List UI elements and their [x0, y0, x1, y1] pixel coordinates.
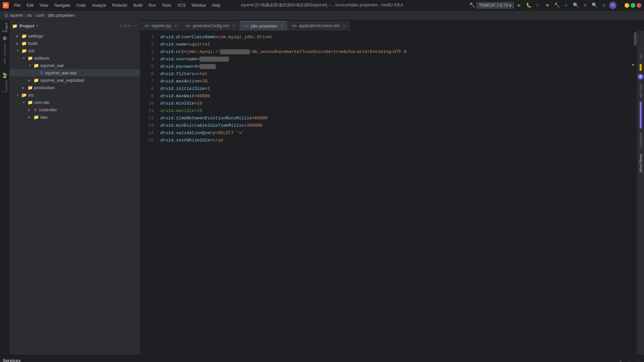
- tree-item-out[interactable]: ▼ 📁 out: [9, 47, 140, 54]
- build-button[interactable]: 🔨: [553, 1, 561, 9]
- settings-button[interactable]: ⚙: [600, 1, 608, 9]
- code-line-7: druid.maxActive=20: [160, 78, 637, 85]
- tab-jdbc-properties[interactable]: </> jdbc.properties ✕: [239, 21, 288, 31]
- highlight-bar: [640, 64, 642, 71]
- tree-item-controller[interactable]: ▶ ⚙ controller: [9, 106, 140, 113]
- close-button[interactable]: [637, 3, 641, 8]
- menu-build[interactable]: Build: [131, 2, 145, 9]
- tab-close-icon[interactable]: ✕: [232, 24, 235, 28]
- breadcrumb-src[interactable]: src: [27, 13, 32, 18]
- tree-item-war-file[interactable]: ⚙ squirrel_war.war: [9, 69, 140, 76]
- menu-navigate[interactable]: Navigate: [52, 2, 73, 9]
- inspect-button[interactable]: 🔍: [572, 1, 580, 9]
- arrow-icon: ▼: [22, 56, 26, 60]
- tab-label: applicationContext.xml: [299, 23, 339, 28]
- tree-item-src[interactable]: ▼ 📂 src: [9, 91, 140, 99]
- locate-icon[interactable]: ⊙: [120, 23, 122, 28]
- arrow-icon: ▶: [28, 115, 32, 119]
- panel-more-icon[interactable]: ⋯: [131, 23, 133, 28]
- debug-button[interactable]: 🐛: [525, 1, 533, 9]
- breadcrumb-file[interactable]: jdbc.properties: [48, 13, 74, 18]
- tree-item-comldu[interactable]: ▼ 📁 com.ldu: [9, 99, 140, 106]
- menu-file[interactable]: File: [11, 2, 23, 9]
- project-dropdown-icon[interactable]: ▾: [36, 24, 38, 28]
- editor-scrollbar[interactable]: [634, 31, 637, 355]
- tree-item-squirrel-war[interactable]: ▼ 📁 squirrel_war: [9, 62, 140, 69]
- code-content[interactable]: druid.driverClassName=com.mysql.jdbc.Dri…: [156, 31, 637, 355]
- project-panel: 📁 Project ▾ ⊙ ⊟ ⚙ ⋯ — ▶ 📁 settings ▶: [9, 20, 140, 355]
- scrollbar-thumb[interactable]: [634, 32, 637, 46]
- search-everywhere-button[interactable]: 🔍: [590, 1, 598, 9]
- side-tab-wordbook[interactable]: Word Book: [638, 152, 643, 175]
- menu-refactor[interactable]: Refactor: [110, 2, 130, 9]
- tree-item-artifacts[interactable]: ▼ 📁 artifacts: [9, 54, 140, 62]
- run-button[interactable]: ▶: [515, 1, 523, 9]
- hammer-icon[interactable]: 🔨: [469, 2, 475, 8]
- menu-run[interactable]: Run: [146, 2, 159, 9]
- activity-favorites[interactable]: 2: Favorites: [1, 81, 9, 92]
- tab-close-icon[interactable]: ✕: [174, 24, 177, 28]
- collapse-icon[interactable]: ⊟: [123, 23, 126, 28]
- side-tab-database[interactable]: Database: [638, 130, 643, 151]
- project-icon: 📁: [12, 23, 17, 28]
- code-line-3: druid.url=jdbc:mysql://hidden/db_secondh…: [160, 48, 637, 56]
- tab-appcontext-xml[interactable]: </> applicationContext.xml ✕: [288, 21, 350, 31]
- minimize-button[interactable]: [625, 3, 629, 8]
- breadcrumb: ⚙ squirrel › src › conf › jdbc.propertie…: [0, 11, 644, 20]
- run-with-coverage-button[interactable]: ▷: [534, 1, 542, 9]
- side-tab-ajxcode[interactable]: ajxCode: [638, 81, 643, 100]
- tab-register-jsp[interactable]: </> register.jsp ✕: [140, 21, 181, 31]
- tree-item-production[interactable]: ▶ 📁 production: [9, 84, 140, 91]
- tree-item-dao[interactable]: ▶ 📁 dao: [9, 113, 140, 121]
- arrow-icon: ▶: [16, 34, 20, 38]
- header-right: 🔨 TOMCAT 7.0.73 ▾ ▶ 🐛 ▷ ■ 🔨 ⇄ 🔍 ⊞ 🔍 ⚙ U: [467, 1, 619, 9]
- code-line-10: druid.minIdle=10: [160, 100, 637, 107]
- services-title: Services: [3, 358, 21, 362]
- menu-edit[interactable]: Edit: [24, 2, 36, 9]
- menu-window[interactable]: Window: [189, 2, 209, 9]
- tab-generator-xml[interactable]: </> generatorConfig.xml ✕: [181, 21, 239, 31]
- tomcat-run-button[interactable]: TOMCAT 7.0.73 ▾: [476, 2, 514, 9]
- menu-code[interactable]: Code: [73, 2, 89, 9]
- arrow-icon: ▶: [28, 108, 32, 112]
- breadcrumb-project[interactable]: squirrel: [10, 13, 23, 18]
- bottom-more-icon[interactable]: ⋮: [626, 357, 633, 362]
- bottom-minimize-icon[interactable]: —: [635, 357, 641, 362]
- breadcrumb-conf[interactable]: conf: [36, 13, 44, 18]
- code-line-2: druid.name=squirrel: [160, 41, 637, 48]
- editor-area[interactable]: 12345 678910 1112131415 druid.driverClas…: [140, 31, 637, 355]
- tree-label: settings: [28, 34, 43, 39]
- tree-label: squirrel_war.war: [45, 70, 77, 75]
- src-folder-icon: 📂: [21, 93, 27, 98]
- arrow-icon: ▼: [16, 93, 20, 97]
- tree-item-exploded[interactable]: ▶ 📁 squirrel_war_exploded: [9, 76, 140, 84]
- panel-settings-icon[interactable]: ⚙: [127, 23, 129, 28]
- code-line-8: druid.initialSize=1: [160, 85, 637, 93]
- sync-button[interactable]: ⇄: [562, 1, 570, 9]
- menu-view[interactable]: View: [37, 2, 51, 9]
- activity-project[interactable]: 1: Project: [1, 21, 9, 32]
- tree-item-settings[interactable]: ▶ 📁 settings: [9, 32, 140, 40]
- panel-minimize-icon[interactable]: —: [135, 23, 137, 28]
- activity-web[interactable]: Web: [1, 56, 9, 66]
- maximize-button[interactable]: [631, 3, 635, 8]
- tree-label: com.ldu: [34, 100, 50, 105]
- tree-label: artifacts: [34, 56, 50, 61]
- menu-help[interactable]: Help: [209, 2, 223, 9]
- menu-analyze[interactable]: Analyze: [89, 2, 109, 9]
- tab-label: generatorConfig.xml: [193, 23, 229, 28]
- stop-button[interactable]: ■: [543, 1, 551, 9]
- tree-item-build[interactable]: ▶ 📁 build: [9, 40, 140, 47]
- side-tab-ant[interactable]: Ant: [638, 51, 643, 62]
- activity-structure[interactable]: Structure: [1, 44, 9, 55]
- notification-dot: ●: [638, 74, 643, 79]
- menu-vcs[interactable]: VCS: [175, 2, 189, 9]
- tab-close-icon[interactable]: ✕: [281, 24, 283, 28]
- activity-spring[interactable]: 🍃: [1, 70, 9, 80]
- tab-close-icon[interactable]: ✕: [343, 24, 345, 28]
- layout-button[interactable]: ⊞: [581, 1, 589, 9]
- profile-button[interactable]: U: [609, 2, 616, 9]
- activity-commit[interactable]: ⚈: [1, 33, 9, 44]
- bottom-settings-icon[interactable]: ⚙: [617, 357, 624, 362]
- menu-tools[interactable]: Tools: [159, 2, 174, 9]
